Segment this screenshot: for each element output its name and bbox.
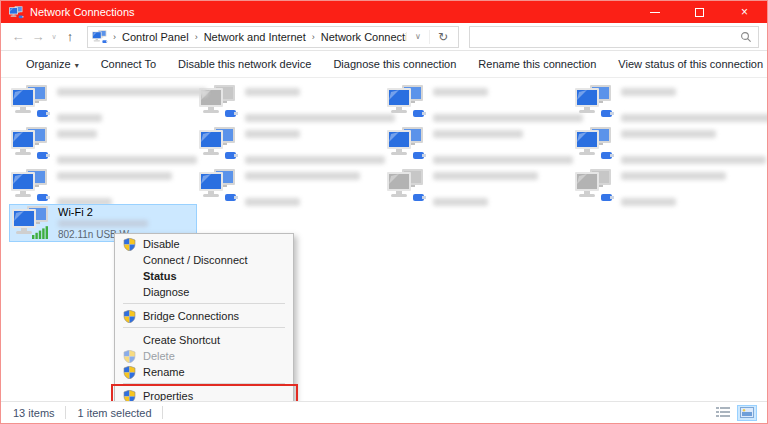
refresh-icon[interactable]: ↻ xyxy=(429,30,456,44)
blurred-label xyxy=(433,198,488,206)
blurred-label xyxy=(433,184,569,196)
connection-grid xyxy=(9,84,761,210)
connection-icon xyxy=(11,127,51,163)
connection-item[interactable] xyxy=(573,168,759,208)
breadcrumb-item[interactable]: Network and Internet xyxy=(201,29,309,45)
blurred-label xyxy=(57,88,207,96)
connection-item[interactable] xyxy=(197,84,383,124)
menu-item-diagnose[interactable]: Diagnose xyxy=(115,284,293,300)
connections-list-area: Wi-Fi 2 802.11n USB W DisableConnect / D… xyxy=(1,78,767,401)
connection-item[interactable] xyxy=(9,168,195,208)
location-icon xyxy=(92,30,108,44)
connection-item[interactable] xyxy=(9,84,195,124)
breadcrumb-item[interactable]: Network Connections xyxy=(318,29,406,45)
menu-separator xyxy=(123,303,285,304)
search-input[interactable] xyxy=(476,31,740,43)
blurred-label xyxy=(621,88,676,96)
uac-shield-icon xyxy=(121,238,143,251)
connection-item[interactable] xyxy=(385,126,571,166)
toolbar-item-disable-this-network-device[interactable]: Disable this network device xyxy=(167,54,322,74)
blurred-label xyxy=(433,88,488,96)
blurred-label xyxy=(57,130,97,138)
uac-shield-icon xyxy=(123,310,136,323)
connection-status-blurred xyxy=(58,220,148,227)
window-title: Network Connections xyxy=(30,6,632,18)
blurred-label xyxy=(621,184,757,196)
blurred-label xyxy=(57,142,197,154)
menu-item-label: Properties xyxy=(143,390,193,401)
blurred-label xyxy=(245,100,395,112)
toolbar-item-rename-this-connection[interactable]: Rename this connection xyxy=(467,54,607,74)
connection-icon xyxy=(199,127,239,163)
search-box[interactable] xyxy=(469,26,759,48)
recent-locations-icon[interactable]: ∨ xyxy=(49,33,59,41)
close-button[interactable]: × xyxy=(722,1,767,23)
close-icon: × xyxy=(741,6,748,18)
menu-item-disable[interactable]: Disable xyxy=(115,236,293,252)
items-count: 13 items xyxy=(11,407,65,419)
menu-item-create-shortcut[interactable]: Create Shortcut xyxy=(115,332,293,348)
menu-item-bridge-connections[interactable]: Bridge Connections xyxy=(115,308,293,324)
uac-shield-icon xyxy=(123,350,136,363)
blurred-label xyxy=(621,172,726,180)
address-dropdown-icon[interactable]: ∨ xyxy=(406,32,429,41)
statusbar-divider xyxy=(65,406,66,419)
details-view-button[interactable] xyxy=(713,405,733,421)
forward-button[interactable]: → xyxy=(29,29,47,44)
up-button[interactable]: ↑ xyxy=(61,29,79,44)
toolbar-item-view-status-of-this-connection[interactable]: View status of this connection xyxy=(607,54,768,74)
disabled-connection-icon xyxy=(575,169,615,205)
blurred-label xyxy=(57,184,193,196)
maximize-button[interactable] xyxy=(677,1,722,23)
connection-item[interactable] xyxy=(573,84,759,124)
back-button[interactable]: ← xyxy=(9,29,27,44)
connection-icon xyxy=(199,169,239,205)
minimize-button[interactable] xyxy=(632,1,677,23)
menu-item-label: Status xyxy=(143,270,177,282)
connection-item[interactable] xyxy=(9,126,195,166)
connection-item[interactable] xyxy=(385,84,571,124)
large-icons-view-button[interactable] xyxy=(737,405,757,421)
uac-shield-icon xyxy=(123,366,136,379)
command-toolbar: Organize▾Connect ToDisable this network … xyxy=(1,51,767,78)
breadcrumb-item[interactable]: Control Panel xyxy=(119,29,192,45)
context-menu: DisableConnect / DisconnectStatusDiagnos… xyxy=(114,233,294,401)
connection-item[interactable] xyxy=(573,126,759,166)
blurred-label xyxy=(245,130,300,138)
blurred-label xyxy=(245,172,360,180)
blurred-label xyxy=(245,142,385,154)
menu-item-status[interactable]: Status xyxy=(115,268,293,284)
blurred-label xyxy=(621,142,766,154)
blurred-label xyxy=(57,172,172,180)
blurred-label xyxy=(621,130,716,138)
menu-item-label: Disable xyxy=(143,238,180,250)
details-view-icon xyxy=(716,407,730,418)
statusbar-divider xyxy=(162,406,163,419)
connection-icon xyxy=(11,169,51,205)
blurred-label xyxy=(433,142,573,154)
connection-item[interactable] xyxy=(385,168,571,208)
blurred-label xyxy=(433,156,573,164)
status-bar: 13 items 1 item selected xyxy=(1,401,767,423)
minimize-icon xyxy=(650,12,660,13)
toolbar-item-organize[interactable]: Organize▾ xyxy=(15,54,90,74)
connection-item[interactable] xyxy=(197,168,383,208)
toolbar-item-diagnose-this-connection[interactable]: Diagnose this connection xyxy=(322,54,467,74)
blurred-label xyxy=(245,114,395,122)
menu-item-connect-disconnect[interactable]: Connect / Disconnect xyxy=(115,252,293,268)
menu-item-label: Delete xyxy=(143,350,175,362)
address-box[interactable]: ›Control Panel›Network and Internet›Netw… xyxy=(87,26,459,48)
maximize-icon xyxy=(695,8,704,17)
connection-item[interactable] xyxy=(197,126,383,166)
menu-item-label: Rename xyxy=(143,366,185,378)
blurred-label xyxy=(245,184,381,196)
menu-item-properties[interactable]: Properties xyxy=(115,388,293,401)
wifi-connection-icon xyxy=(12,206,52,242)
title-bar: Network Connections × xyxy=(1,1,767,23)
menu-item-rename[interactable]: Rename xyxy=(115,364,293,380)
uac-shield-icon xyxy=(123,390,136,402)
blurred-label xyxy=(621,156,766,164)
toolbar-item-connect-to[interactable]: Connect To xyxy=(90,54,167,74)
large-icons-view-icon xyxy=(740,407,754,418)
menu-item-label: Bridge Connections xyxy=(143,310,239,322)
